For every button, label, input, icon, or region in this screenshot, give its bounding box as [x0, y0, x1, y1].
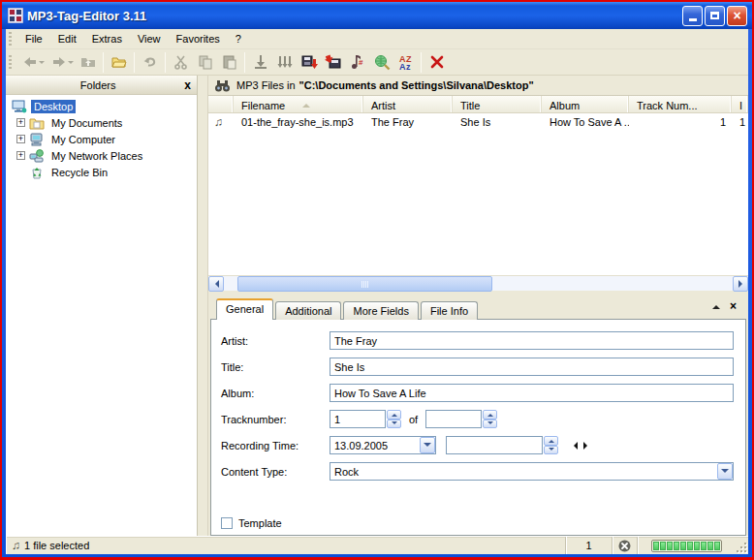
tree-item-recycle-bin[interactable]: Recycle Bin [6, 164, 197, 180]
back-dropdown-icon[interactable] [39, 61, 45, 67]
menu-file[interactable]: File [17, 31, 50, 47]
content-type-dropdown-icon[interactable] [717, 463, 733, 480]
folder-up-button[interactable] [76, 51, 100, 74]
cell-tracknum[interactable]: 1 [629, 116, 732, 128]
column-icon[interactable] [208, 96, 234, 112]
close-panel-icon[interactable]: × [730, 299, 737, 313]
cut-button[interactable] [169, 51, 193, 74]
open-folder-button[interactable] [107, 51, 131, 74]
menu-favorites[interactable]: Favorites [169, 31, 228, 47]
panel-splitter[interactable] [198, 76, 207, 536]
forward-dropdown-icon[interactable] [68, 61, 74, 67]
tab-more-fields[interactable]: More Fields [343, 301, 418, 320]
renumber-tracks-button[interactable]: # [345, 51, 369, 74]
maximize-button[interactable] [705, 6, 725, 26]
file-list-empty-area[interactable] [208, 131, 748, 275]
expand-icon[interactable]: + [16, 118, 25, 127]
scroll-right-button[interactable] [733, 276, 748, 292]
titlebar[interactable]: MP3-Tag-Editor 3.11 × [2, 2, 752, 29]
menubar-grip[interactable] [9, 32, 12, 46]
tree-item-network-places[interactable]: + My Network Places [6, 147, 197, 164]
column-filename[interactable]: Filename [234, 96, 363, 112]
tracknumber-input[interactable] [330, 410, 386, 428]
tab-additional[interactable]: Additional [275, 301, 341, 320]
maximize-icon [710, 12, 719, 19]
expand-icon[interactable]: + [16, 151, 25, 160]
save-tag-button[interactable] [248, 51, 272, 74]
scroll-left-button[interactable] [208, 276, 224, 292]
column-tracknum[interactable]: Track Num... [629, 96, 732, 112]
undo-button[interactable] [138, 51, 162, 74]
toolbar-grip[interactable] [9, 55, 12, 69]
album-input[interactable] [330, 384, 734, 402]
prev-arrow-icon[interactable] [570, 442, 578, 450]
column-artist[interactable]: Artist [363, 96, 453, 112]
tree-item-my-computer[interactable]: + My Computer [6, 131, 197, 147]
resize-grip[interactable] [735, 537, 748, 554]
delete-button[interactable] [424, 51, 449, 74]
minimize-button[interactable] [682, 6, 703, 26]
title-input[interactable] [330, 358, 734, 376]
recording-time-input[interactable] [446, 436, 543, 454]
column-album[interactable]: Album [542, 96, 629, 112]
folders-close-icon[interactable]: x [184, 78, 191, 92]
copy-button[interactable] [193, 51, 217, 74]
close-button[interactable]: × [727, 6, 747, 26]
forward-icon [50, 53, 68, 71]
cell-filename[interactable]: 01-the_fray-she_is.mp3 [234, 116, 363, 128]
desktop-icon [12, 100, 27, 113]
tree-label-my-documents[interactable]: My Documents [48, 116, 125, 130]
tracknumber-spinner[interactable] [387, 410, 401, 428]
export-disk-button[interactable] [297, 51, 321, 74]
recording-date-dropdown-icon[interactable] [420, 437, 435, 453]
tab-strip: General Additional More Fields File Info… [210, 299, 746, 320]
tree-label-desktop[interactable]: Desktop [31, 100, 76, 113]
menu-edit[interactable]: Edit [50, 31, 84, 47]
search-web-button[interactable] [369, 51, 393, 74]
artist-input[interactable] [330, 331, 734, 350]
recording-time-spinner[interactable] [544, 436, 558, 454]
tab-general[interactable]: General [216, 298, 273, 320]
toolbar: # AZAz [6, 49, 748, 76]
tree-label-recycle-bin[interactable]: Recycle Bin [48, 166, 110, 179]
sort-az-button[interactable]: AZAz [393, 51, 418, 74]
template-label: Template [238, 517, 282, 529]
save-all-tags-button[interactable] [272, 51, 297, 74]
tree-item-desktop[interactable]: Desktop [6, 98, 197, 114]
scrollbar-thumb[interactable] [237, 276, 492, 292]
track-total-input[interactable] [425, 410, 482, 428]
import-disk-button[interactable] [321, 51, 345, 74]
recording-date-combo[interactable]: 13.09.2005 [330, 436, 436, 454]
general-tab-content: Artist: Title: Album: Tracknumber: [210, 319, 746, 536]
tab-file-info[interactable]: File Info [421, 301, 478, 320]
cell-album[interactable]: How To Save A ... [542, 116, 629, 128]
scrollbar-track[interactable] [224, 276, 733, 291]
cell-artist[interactable]: The Fray [363, 116, 453, 128]
status-bar: ♫ 1 file selected 1 [6, 536, 748, 554]
paste-button[interactable] [217, 51, 241, 74]
tree-label-network-places[interactable]: My Network Places [48, 149, 145, 163]
menu-extras[interactable]: Extras [84, 31, 130, 47]
content-type-combo[interactable]: Rock [330, 462, 734, 481]
open-folder-icon [110, 53, 128, 71]
cell-title[interactable]: She Is [453, 116, 542, 128]
paste-icon [221, 53, 238, 71]
file-row[interactable]: ♫ 01-the_fray-she_is.mp3 The Fray She Is… [208, 113, 748, 131]
track-total-spinner[interactable] [483, 410, 497, 428]
horizontal-scrollbar[interactable] [208, 275, 748, 291]
cell-extra[interactable]: 1 [732, 116, 748, 128]
status-cancel[interactable] [613, 537, 638, 554]
template-checkbox[interactable] [221, 517, 233, 529]
column-title[interactable]: Title [453, 96, 542, 112]
tree-item-my-documents[interactable]: + My Documents [6, 114, 197, 131]
tree-label-my-computer[interactable]: My Computer [48, 133, 118, 146]
column-extra[interactable]: I [732, 96, 748, 112]
toolbar-separator [103, 52, 104, 73]
next-arrow-icon[interactable] [583, 442, 591, 450]
menu-help[interactable]: ? [228, 31, 249, 47]
collapse-panel-icon[interactable] [712, 301, 720, 309]
network-places-icon [29, 149, 45, 163]
svg-text:z: z [406, 62, 411, 71]
menu-view[interactable]: View [130, 31, 169, 47]
expand-icon[interactable]: + [16, 135, 25, 143]
